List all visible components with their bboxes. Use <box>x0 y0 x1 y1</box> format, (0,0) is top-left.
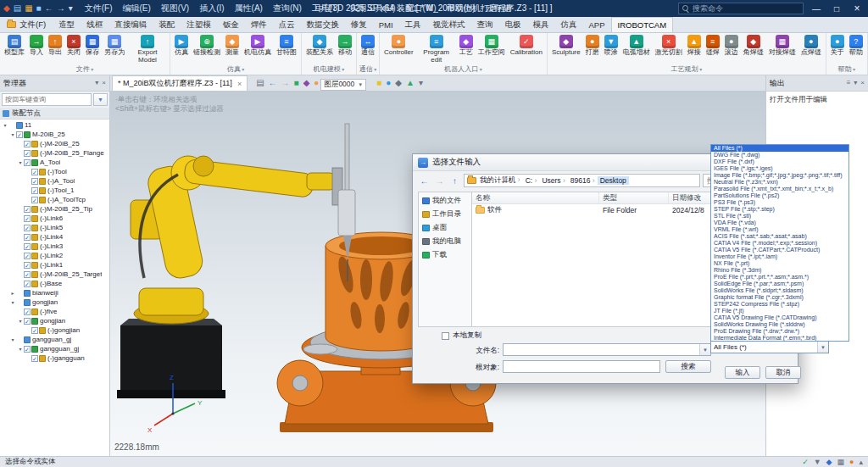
ribbon-tab[interactable]: 焊件 <box>245 17 273 32</box>
new-file-icon[interactable]: ▤ <box>14 4 21 13</box>
display-mode-icon[interactable]: ■ <box>294 79 299 87</box>
robot-arm[interactable] <box>131 156 334 324</box>
process-button[interactable]: ◆ 工艺 <box>457 33 476 57</box>
document-tab-close-icon[interactable]: × <box>237 80 242 88</box>
workspace-button[interactable]: ▦ 工作空间 <box>476 33 508 57</box>
minimize-button[interactable] <box>809 4 824 14</box>
filetype-option[interactable]: DXF File (*.dxf) <box>711 158 849 165</box>
spot-weld-button[interactable]: ● 点焊缝 <box>798 33 824 57</box>
mechatronic-sim-button[interactable]: ▶ 机电仿真 <box>242 33 274 57</box>
tree-checkbox[interactable] <box>24 206 31 213</box>
menu-item[interactable]: 查询(N) <box>268 1 307 16</box>
save-file-icon[interactable]: ■ <box>36 4 42 13</box>
fillet-weld-button[interactable]: ◆ 角焊缝 <box>741 33 766 57</box>
tree-expander-icon[interactable]: ▾ <box>17 318 24 324</box>
tree-item[interactable]: (-)gangguan <box>0 353 109 363</box>
tree-item[interactable]: ▾ A_Tool <box>0 158 109 167</box>
tree-item[interactable]: (-)gongjian <box>0 325 109 335</box>
move-button[interactable]: → 移动 <box>336 33 354 57</box>
filetype-option[interactable]: ProE Drawing File (*.drw;*.drw.*) <box>711 328 849 335</box>
export-button[interactable]: ↑ 导出 <box>46 33 64 57</box>
tree-item[interactable]: (-)Link2 <box>0 251 109 260</box>
column-type[interactable]: 类型 <box>599 192 669 203</box>
filetype-option[interactable]: PartSolutions File (*.ps2) <box>711 192 849 199</box>
ribbon-tab[interactable]: 钣金 <box>217 17 245 32</box>
filter-funnel-icon[interactable]: ▼ <box>93 93 108 106</box>
qat-customize-icon[interactable]: ▾ <box>69 4 73 13</box>
grid-icon[interactable]: ▦ <box>837 459 845 466</box>
filetype-option[interactable]: SolidEdge File (*.par;*.asm;*.psm) <box>711 281 849 287</box>
filetype-option[interactable]: VDA File (*.vda) <box>711 220 849 226</box>
layer-color-icon[interactable]: ■ <box>376 79 381 87</box>
tree-item[interactable]: (-)Tool <box>0 167 109 176</box>
menu-item[interactable]: 视图(V) <box>156 1 194 16</box>
ribbon-tab[interactable]: IROBOTCAM <box>611 17 674 32</box>
ribbon-group-label[interactable]: 工艺规划 <box>549 64 824 75</box>
menu-item[interactable]: 文件(F) <box>80 1 118 16</box>
tree-item[interactable]: (-)Link1 <box>0 260 109 270</box>
filename-combo[interactable]: ▼ <box>503 343 711 356</box>
ribbon-tab[interactable]: APP <box>583 17 611 32</box>
ribbon-tab[interactable]: 修复 <box>345 17 373 32</box>
tree-checkbox[interactable] <box>24 281 31 287</box>
menu-item[interactable]: 属性(A) <box>230 1 268 16</box>
layer-combo[interactable]: 图层0000 ▼ <box>320 79 366 91</box>
tree-expander-icon[interactable]: ▾ <box>9 336 16 342</box>
filetype-option[interactable]: Intermediate Data Format (*.emn;*.brd) <box>711 335 849 342</box>
seam-weld-button[interactable]: ≡ 缝焊 <box>704 33 722 57</box>
document-tab[interactable]: * M_20iB双位机打磨程序.Z3 - [11] × <box>112 75 248 91</box>
ribbon-tab[interactable]: 视觉样式 <box>427 17 471 32</box>
ribbon-tab[interactable]: 造型 <box>53 17 81 32</box>
filetype-option[interactable]: STEP242 Compress File (*.stpz) <box>711 301 849 308</box>
tree-item[interactable]: (-)five <box>0 307 109 316</box>
tree-item[interactable]: (-)Base <box>0 279 109 288</box>
filetype-option[interactable]: ACIS File (*.sat;*.sab;*.asat;*.asab) <box>711 233 849 240</box>
expand-statusbar-icon[interactable]: ▴ <box>859 459 863 466</box>
open-file-icon[interactable]: ▦ <box>25 4 32 13</box>
tree-item[interactable]: (-)Link6 <box>0 214 109 223</box>
assembly-relation-button[interactable]: ◆ 装配关系 <box>303 33 336 57</box>
units-icon[interactable]: ● <box>849 459 854 466</box>
ribbon-group-label[interactable]: 仿真 <box>172 64 299 75</box>
assembly-nodes-header[interactable]: 装配节点 <box>0 108 109 120</box>
tree-item[interactable]: (-)Link4 <box>0 232 109 242</box>
selection-filter-icon[interactable]: ▼ <box>814 459 821 466</box>
filetype-option[interactable]: Inventor File (*.ipt;*.iam) <box>711 253 849 260</box>
measure-button[interactable]: ◆ 测量 <box>223 33 242 57</box>
breadcrumb-segment[interactable]: 89616 <box>568 176 598 185</box>
export-model-button[interactable]: ↑ Export Model <box>127 33 168 64</box>
breadcrumb-segment[interactable]: Desktop <box>598 176 629 185</box>
ribbon-tab[interactable]: 查询 <box>471 17 499 32</box>
tree-expander-icon[interactable]: ▾ <box>17 159 24 165</box>
filetype-option[interactable]: Rhino File (*.3dm) <box>711 267 849 274</box>
tree-checkbox[interactable] <box>24 309 31 315</box>
manager-close-icon[interactable] <box>102 80 106 86</box>
command-search-input[interactable]: 搜索命令 <box>678 3 804 14</box>
more-tools-icon[interactable]: ▾ <box>419 79 423 87</box>
breadcrumb-segment[interactable]: C: <box>523 176 540 185</box>
zoom-fit-icon[interactable]: ◆ <box>395 79 402 87</box>
tree-checkbox[interactable] <box>24 234 31 241</box>
ribbon-tab[interactable]: 点云 <box>273 17 301 32</box>
places-item[interactable]: 工作目录 <box>419 208 471 220</box>
redo-view-icon[interactable]: → <box>281 79 290 87</box>
tree-item[interactable]: (-)Link3 <box>0 242 109 251</box>
ribbon-tab[interactable]: PMI <box>373 17 399 32</box>
save-button[interactable]: ▦ 保存 <box>83 33 102 57</box>
menu-item[interactable]: 窗口(W) <box>401 1 442 16</box>
filetype-option[interactable]: SolidWorks File (*.sldprt;*.sldasm) <box>711 287 849 294</box>
output-options-icon[interactable] <box>854 80 857 86</box>
column-name[interactable]: 名称 <box>472 192 599 203</box>
manager-search-input[interactable] <box>2 93 92 106</box>
chevron-down-icon[interactable]: ▼ <box>699 344 710 355</box>
tree-item[interactable]: ▾ gangguan_gj <box>0 335 109 344</box>
tree-item[interactable]: (-)M-20iB_25 <box>0 139 109 148</box>
tree-item[interactable]: ▾ M-20iB_25 <box>0 130 109 139</box>
ribbon-tab[interactable]: 电极 <box>499 17 527 32</box>
filetype-option[interactable]: NX File (*.prt) <box>711 260 849 267</box>
filetype-option[interactable]: STEP File (*.stp;*.step) <box>711 206 849 213</box>
dialog-cancel-button[interactable]: 取消 <box>765 366 801 379</box>
butt-weld-button[interactable]: ▦ 对接焊缝 <box>766 33 798 57</box>
app-logo-icon[interactable]: ◆ <box>3 4 10 13</box>
filetype-option[interactable]: STL File (*.stl) <box>711 213 849 220</box>
